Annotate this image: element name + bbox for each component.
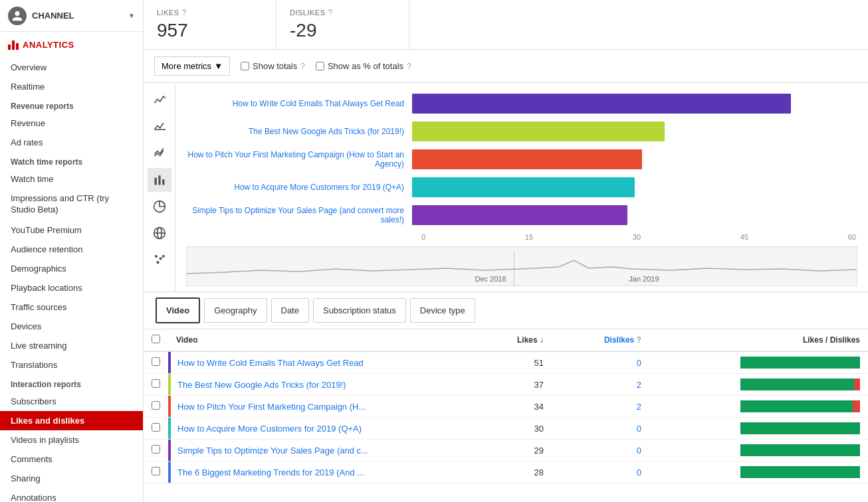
bar-chart-icon[interactable] (148, 168, 171, 192)
video-cell: How to Pitch Your First Marketing Campai… (168, 396, 474, 418)
bar-chart-container: How to Write Cold Emails That Always Get… (175, 83, 868, 292)
area-chart-icon[interactable] (148, 115, 171, 139)
svg-point-10 (156, 261, 159, 264)
table-row: Simple Tips to Optimize Your Sales Page … (144, 440, 868, 461)
video-cell: The 6 Biggest Marketing Trends for 2019 … (168, 461, 474, 483)
more-metrics-button[interactable]: More metrics ▼ (154, 56, 230, 76)
chart-bar-row: How to Acquire More Customers for 2019 (… (186, 177, 857, 197)
bar-fill (412, 149, 642, 169)
sidebar-header[interactable]: CHANNEL ▼ (0, 0, 143, 32)
show-pct-help-icon[interactable]: ? (407, 62, 411, 71)
video-cell: How to Acquire More Customers for 2019 (… (168, 418, 474, 440)
video-cell: How to Write Cold Emails That Always Get… (168, 351, 474, 374)
sidebar-item-live-streaming[interactable]: Live streaming (0, 336, 143, 355)
axis-labels: 0 15 30 45 60 (420, 233, 857, 241)
sidebar-nav: Overview Realtime Revenue reports Revenu… (0, 55, 143, 502)
sidebar-item-ad-rates[interactable]: Ad rates (0, 133, 143, 152)
scatter-icon[interactable] (148, 248, 171, 272)
globe-icon[interactable] (148, 221, 171, 245)
ratio-cell (649, 418, 868, 440)
select-all-checkbox[interactable] (152, 335, 160, 343)
dislikes-cell: 0 (552, 440, 649, 461)
video-link[interactable]: The 6 Biggest Marketing Trends for 2019 … (177, 467, 364, 477)
tab-subscription-status[interactable]: Subscription status (313, 298, 406, 323)
sidebar-item-overview[interactable]: Overview (0, 58, 143, 77)
analytics-label: ANALYTICS (0, 32, 143, 55)
sidebar-item-annotations[interactable]: Annotations (0, 488, 143, 502)
likes-cell: 30 (474, 418, 552, 440)
chevron-down-icon: ▼ (128, 12, 135, 19)
toolbar: More metrics ▼ Show totals ? Show as % o… (144, 50, 868, 83)
header-dislikes: Dislikes ? (552, 329, 649, 351)
row-checkbox[interactable] (152, 467, 160, 475)
sidebar-item-realtime[interactable]: Realtime (0, 77, 143, 96)
row-checkbox[interactable] (152, 423, 160, 432)
sidebar-item-likes-and-dislikes[interactable]: Likes and dislikes (0, 411, 143, 430)
bar-label[interactable]: How to Acquire More Customers for 2019 (… (186, 183, 412, 192)
likes-help-icon[interactable]: ? (182, 8, 187, 17)
sidebar-item-watch-time[interactable]: Watch time (0, 169, 143, 189)
show-totals-checkbox[interactable] (241, 62, 249, 70)
sidebar-item-revenue[interactable]: Revenue (0, 114, 143, 133)
bar-fill (412, 177, 635, 197)
dislikes-col-help-icon[interactable]: ? (637, 335, 641, 345)
ratio-green-bar (740, 378, 854, 390)
sidebar-section-revenue: Revenue reports (0, 96, 143, 114)
avatar (8, 7, 27, 25)
bar-track (412, 149, 857, 169)
show-totals-checkbox-label[interactable]: Show totals ? (241, 61, 305, 71)
show-totals-help-icon[interactable]: ? (300, 62, 305, 71)
sidebar-item-impressions[interactable]: Impressions and CTR (try Studio Beta) (0, 189, 143, 220)
data-table: Video Likes ↓ Dislikes ? Likes / Dislike… (144, 329, 868, 483)
bar-track (412, 177, 857, 197)
show-pct-checkbox[interactable] (316, 62, 324, 70)
tab-device-type[interactable]: Device type (410, 298, 475, 323)
svg-point-8 (154, 255, 157, 258)
row-checkbox[interactable] (152, 445, 160, 454)
tab-date[interactable]: Date (271, 298, 309, 323)
tab-geography[interactable]: Geography (204, 298, 267, 323)
chart-bar-row: How to Write Cold Emails That Always Get… (186, 94, 857, 114)
chart-date-right: Jan 2019 (629, 275, 659, 283)
header-ratio: Likes / Dislikes (649, 329, 868, 351)
sidebar-section-watch-time: Watch time reports (0, 152, 143, 169)
row-checkbox[interactable] (152, 401, 160, 410)
sidebar-item-devices[interactable]: Devices (0, 317, 143, 336)
bar-label[interactable]: Simple Tips to Optimize Your Sales Page … (186, 206, 412, 224)
sidebar-item-translations[interactable]: Translations (0, 355, 143, 375)
sidebar-item-audience-retention[interactable]: Audience retention (0, 240, 143, 259)
dislikes-help-icon[interactable]: ? (328, 8, 333, 17)
bar-label[interactable]: The Best New Google Ads Tricks (for 2019… (186, 127, 412, 136)
sidebar-item-comments[interactable]: Comments (0, 450, 143, 469)
header-likes[interactable]: Likes ↓ (474, 329, 552, 351)
ratio-cell (649, 461, 868, 483)
sidebar-item-videos-in-playlists[interactable]: Videos in playlists (0, 430, 143, 450)
stacked-chart-icon[interactable] (148, 141, 171, 165)
video-link[interactable]: How to Acquire More Customers for 2019 (… (177, 424, 362, 434)
row-checkbox-cell (144, 374, 168, 396)
dislikes-cell: 0 (552, 418, 649, 440)
video-link[interactable]: Simple Tips to Optimize Your Sales Page … (177, 446, 368, 456)
sidebar-item-sharing[interactable]: Sharing (0, 469, 143, 488)
sidebar-item-playback-locations[interactable]: Playback locations (0, 278, 143, 297)
bar-label[interactable]: How to Write Cold Emails That Always Get… (186, 99, 412, 108)
bar-label[interactable]: How to Pitch Your First Marketing Campai… (186, 150, 412, 169)
likes-value: 957 (157, 20, 263, 41)
ratio-green-bar (740, 444, 860, 456)
pie-chart-icon[interactable] (148, 195, 171, 218)
ratio-cell (649, 351, 868, 374)
sidebar-item-subscribers[interactable]: Subscribers (0, 392, 143, 411)
row-checkbox[interactable] (152, 379, 160, 388)
line-chart-icon[interactable] (148, 88, 171, 112)
likes-cell: 37 (474, 374, 552, 396)
sidebar-item-traffic-sources[interactable]: Traffic sources (0, 297, 143, 317)
tab-video[interactable]: Video (156, 297, 200, 323)
row-checkbox[interactable] (152, 357, 160, 366)
sidebar-item-demographics[interactable]: Demographics (0, 259, 143, 278)
svg-rect-3 (162, 179, 164, 185)
video-link[interactable]: How to Write Cold Emails That Always Get… (177, 358, 364, 368)
video-link[interactable]: The Best New Google Ads Tricks (for 2019… (177, 380, 346, 390)
video-link[interactable]: How to Pitch Your First Marketing Campai… (177, 402, 366, 412)
show-pct-checkbox-label[interactable]: Show as % of totals ? (316, 61, 411, 71)
sidebar-item-youtube-premium[interactable]: YouTube Premium (0, 220, 143, 240)
